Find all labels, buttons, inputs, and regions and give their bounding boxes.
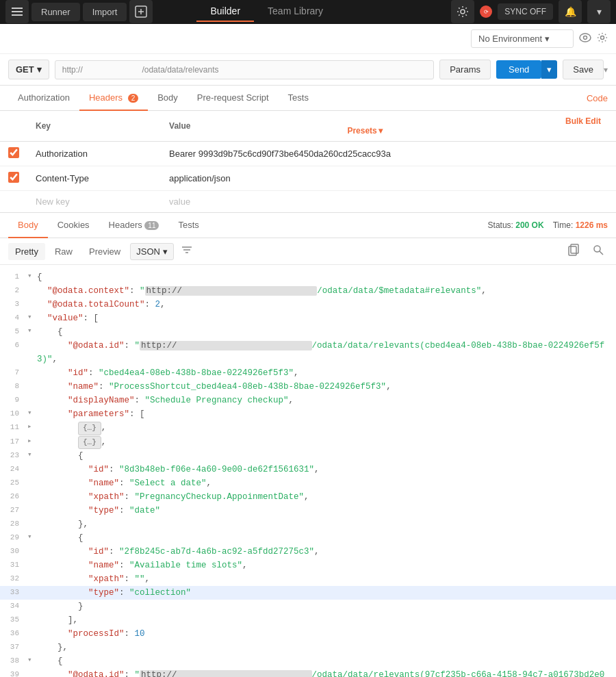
header-checkbox-authorization[interactable] — [8, 147, 19, 158]
new-key-placeholder[interactable]: New key — [27, 191, 161, 213]
json-line-26: 26 "xpath": "PregnancyCheckup.Appoinment… — [0, 490, 616, 504]
collapse-toggle-17[interactable]: ▸ — [27, 435, 36, 448]
header-key-authorization: Authorization — [27, 142, 161, 166]
presets-button[interactable]: Presets ▾ — [347, 126, 608, 136]
json-line-35: 35 ], — [0, 613, 616, 627]
collapse-toggle-1[interactable]: ▾ — [27, 270, 36, 283]
request-bar: GET ▾ Params Send ▾ Save ▾ — [0, 54, 616, 86]
format-pretty[interactable]: Pretty — [8, 243, 45, 260]
collapsed-object-11[interactable]: {…} — [78, 422, 101, 435]
filter-icon-button[interactable] — [177, 242, 197, 260]
status-value: 200 OK — [515, 220, 543, 230]
svg-point-17 — [594, 246, 600, 252]
builder-tab[interactable]: Builder — [196, 1, 254, 22]
save-button[interactable]: Save — [563, 60, 604, 79]
response-body-area: 1 ▾ { 2 "@odata.context": "http:// /odat… — [0, 265, 616, 677]
environment-chevron-icon: ▾ — [545, 34, 550, 44]
send-button-group: Send ▾ — [496, 60, 557, 79]
response-section: Body Cookies Headers 11 Tests Status: 20… — [0, 212, 616, 677]
resp-tab-body[interactable]: Body — [8, 213, 48, 238]
json-line-28: 28 }, — [0, 518, 616, 531]
settings-icon-button[interactable] — [451, 0, 474, 23]
svg-line-18 — [600, 251, 603, 255]
json-line-34: 34 } — [0, 600, 616, 613]
search-icon-button[interactable] — [589, 242, 608, 260]
nav-chevron-button[interactable]: ▾ — [587, 0, 611, 23]
team-library-tab[interactable]: Team Library — [254, 1, 337, 22]
resp-tab-cookies[interactable]: Cookies — [48, 213, 99, 238]
eye-icon-button[interactable] — [579, 33, 591, 45]
save-button-group: Save ▾ — [563, 60, 608, 79]
sidebar-toggle-button[interactable] — [5, 0, 29, 23]
svg-point-6 — [461, 10, 465, 14]
resp-tab-tests[interactable]: Tests — [168, 213, 208, 238]
notifications-button[interactable]: 🔔 — [559, 0, 582, 23]
tab-authorization[interactable]: Authorization — [8, 86, 79, 111]
sync-indicator: ⟳ — [480, 5, 492, 18]
json-line-30: 30 "id": "2f8b245c-ab7d-4a6b-ac92-a5fdd2… — [0, 545, 616, 559]
format-select-dropdown[interactable]: JSON ▾ — [130, 243, 174, 260]
save-dropdown-button[interactable]: ▾ — [604, 65, 608, 75]
resp-tab-headers[interactable]: Headers 11 — [99, 213, 169, 238]
copy-icon-button[interactable] — [564, 242, 583, 260]
collapse-toggle-4[interactable]: ▾ — [27, 311, 36, 324]
new-request-button[interactable] — [129, 0, 153, 23]
key-column-header: Key — [27, 111, 161, 142]
collapse-toggle-29[interactable]: ▾ — [27, 531, 36, 544]
response-headers-badge: 11 — [144, 221, 159, 230]
json-line-36: 36 "processId": 10 — [0, 627, 616, 641]
collapse-toggle-23[interactable]: ▾ — [27, 449, 36, 461]
header-value-authorization: Bearer 9993d9b75c6cd90f73be6450da260cd25… — [161, 142, 616, 166]
environment-dropdown[interactable]: No Environment ▾ — [471, 29, 574, 48]
send-button[interactable]: Send — [496, 60, 541, 79]
response-body-toolbar: Pretty Raw Preview JSON ▾ — [0, 238, 616, 265]
svg-text:⟳: ⟳ — [484, 9, 489, 15]
gear-icon-button[interactable] — [597, 32, 608, 46]
new-header-row: New key value — [0, 191, 616, 213]
format-select-label: JSON — [136, 246, 160, 257]
sync-button[interactable]: SYNC OFF — [498, 3, 553, 20]
tab-body[interactable]: Body — [148, 86, 188, 111]
json-line-31: 31 "name": "Available time slots", — [0, 559, 616, 572]
code-link[interactable]: Code — [587, 93, 608, 103]
collapse-toggle-11[interactable]: ▸ — [27, 421, 36, 433]
json-line-2: 2 "@odata.context": "http:// /odata/data… — [0, 284, 616, 298]
collapsed-object-17[interactable]: {…} — [78, 436, 101, 450]
json-line-38: 38 ▾ { — [0, 654, 616, 668]
json-line-7: 7 "id": "cbed4ea4-08eb-438b-8bae-0224926… — [0, 366, 616, 380]
json-line-33: 33 "type": "collection" — [0, 586, 616, 600]
runner-button[interactable]: Runner — [31, 3, 80, 21]
time-value: 1226 ms — [576, 220, 608, 230]
main-content-area: No Environment ▾ GET ▾ Params Send — [0, 24, 616, 677]
bulk-edit-button[interactable]: Bulk Edit — [565, 116, 601, 126]
json-line-25: 25 "name": "Select a date", — [0, 476, 616, 490]
json-line-10: 10 ▾ "parameters": [ — [0, 407, 616, 421]
json-line-27: 27 "type": "date" — [0, 504, 616, 518]
environment-bar: No Environment ▾ — [0, 24, 616, 54]
format-select-chevron-icon: ▾ — [163, 246, 168, 257]
svg-rect-1 — [12, 11, 23, 12]
send-dropdown-button[interactable]: ▾ — [541, 60, 557, 79]
json-line-37: 37 }, — [0, 641, 616, 654]
tab-prerequest-script[interactable]: Pre-request Script — [188, 86, 279, 111]
response-tabs: Body Cookies Headers 11 Tests Status: 20… — [0, 213, 616, 238]
json-line-8: 8 "name": "ProcessShortcut_cbed4ea4-08eb… — [0, 380, 616, 394]
collapse-toggle-5[interactable]: ▾ — [27, 325, 36, 337]
method-selector[interactable]: GET ▾ — [8, 60, 49, 79]
params-button[interactable]: Params — [439, 60, 491, 79]
url-input[interactable] — [55, 60, 434, 79]
collapse-toggle-10[interactable]: ▾ — [27, 407, 36, 420]
header-row-content-type: Content-Type application/json — [0, 166, 616, 191]
svg-rect-16 — [571, 244, 578, 253]
json-line-5: 5 ▾ { — [0, 325, 616, 339]
collapse-toggle-38[interactable]: ▾ — [27, 654, 36, 667]
tab-tests[interactable]: Tests — [279, 86, 318, 111]
header-key-content-type: Content-Type — [27, 166, 161, 191]
import-button[interactable]: Import — [83, 3, 127, 21]
tab-headers[interactable]: Headers 2 — [79, 86, 148, 111]
format-raw[interactable]: Raw — [48, 243, 79, 260]
format-preview[interactable]: Preview — [82, 243, 127, 260]
header-checkbox-content-type[interactable] — [8, 172, 19, 183]
svg-point-11 — [601, 36, 604, 39]
json-viewer: 1 ▾ { 2 "@odata.context": "http:// /odat… — [0, 265, 616, 677]
